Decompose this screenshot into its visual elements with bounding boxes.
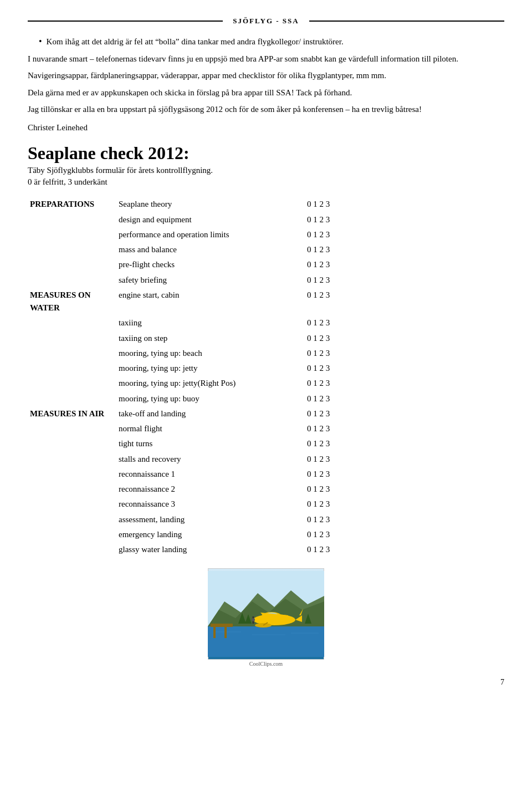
table-row: MEASURES ONWATERengine start, cabin0 1 2…	[28, 288, 504, 316]
item-score: 0 1 2 3	[305, 361, 504, 376]
svg-rect-7	[211, 624, 233, 627]
item-name: mooring, tying up: beach	[116, 346, 305, 361]
note: 0 är felfritt, 3 underkänt	[28, 177, 504, 187]
section-label	[28, 482, 116, 497]
table-row: design and equipment0 1 2 3	[28, 212, 504, 227]
section-label	[28, 361, 116, 376]
item-name: stalls and recovery	[116, 452, 305, 467]
item-name: mooring, tying up: buoy	[116, 391, 305, 406]
section-label	[28, 467, 116, 482]
section-label	[28, 212, 116, 227]
item-name: taxiing	[116, 315, 305, 330]
item-score: 0 1 2 3	[305, 376, 504, 391]
table-row: taxiing0 1 2 3	[28, 315, 504, 330]
section-label	[28, 242, 116, 257]
item-score: 0 1 2 3	[305, 406, 504, 421]
page-number: 7	[28, 678, 504, 687]
item-name: pre-flight checks	[116, 257, 305, 272]
item-name: safety briefing	[116, 273, 305, 288]
item-score: 0 1 2 3	[305, 512, 504, 527]
section-label	[28, 497, 116, 512]
image-caption: CoolClips.com	[208, 661, 324, 667]
section-label	[28, 315, 116, 330]
section-label	[28, 257, 116, 272]
intro-section: • Kom ihåg att det aldrig är fel att “bo…	[28, 35, 504, 134]
section-label	[28, 512, 116, 527]
item-name: take-off and landing	[116, 406, 305, 421]
item-name: normal flight	[116, 421, 305, 436]
table-row: tight turns0 1 2 3	[28, 436, 504, 451]
item-name: assessment, landing	[116, 512, 305, 527]
item-score: 0 1 2 3	[305, 527, 504, 542]
item-score: 0 1 2 3	[305, 391, 504, 406]
table-row: reconnaissance 10 1 2 3	[28, 467, 504, 482]
checklist-section: PREPARATIONSSeaplane theory0 1 2 3design…	[28, 197, 504, 557]
header-line-right	[309, 21, 504, 22]
table-row: PREPARATIONSSeaplane theory0 1 2 3	[28, 197, 504, 212]
item-score: 0 1 2 3	[305, 452, 504, 467]
item-score: 0 1 2 3	[305, 497, 504, 512]
seaplane-image	[208, 568, 324, 660]
item-name: Seaplane theory	[116, 197, 305, 212]
item-name: tight turns	[116, 436, 305, 451]
item-name: emergency landing	[116, 527, 305, 542]
item-score: 0 1 2 3	[305, 197, 504, 212]
header-line-left	[28, 21, 223, 22]
section-label	[28, 436, 116, 451]
item-score: 0 1 2 3	[305, 331, 504, 346]
table-row: reconnaissance 30 1 2 3	[28, 497, 504, 512]
section-label: PREPARATIONS	[28, 197, 116, 212]
bullet-item-1: • Kom ihåg att det aldrig är fel att “bo…	[28, 35, 504, 48]
item-name: reconnaissance 3	[116, 497, 305, 512]
main-title: Seaplane check 2012:	[28, 142, 504, 164]
item-score: 0 1 2 3	[305, 467, 504, 482]
item-score: 0 1 2 3	[305, 242, 504, 257]
section-label: MEASURES IN AIR	[28, 406, 116, 421]
table-row: MEASURES IN AIRtake-off and landing0 1 2…	[28, 406, 504, 421]
table-row: safety briefing0 1 2 3	[28, 273, 504, 288]
svg-rect-9	[224, 627, 227, 638]
image-container: CoolClips.com	[28, 568, 504, 667]
section-label	[28, 452, 116, 467]
section-label	[28, 376, 116, 391]
page-header: SJÖFLYG - SSA	[28, 17, 504, 25]
section-label: MEASURES ONWATER	[28, 288, 116, 316]
intro-para-1: I nuvarande smart – telefonernas tidevar…	[28, 53, 504, 65]
signature: Christer Leinehed	[28, 121, 504, 134]
section-label	[28, 542, 116, 557]
item-score: 0 1 2 3	[305, 346, 504, 361]
table-row: performance and operation limits0 1 2 3	[28, 227, 504, 242]
section-label	[28, 421, 116, 436]
item-name: performance and operation limits	[116, 227, 305, 242]
intro-para-4: Jag tillönskar er alla en bra uppstart p…	[28, 103, 504, 116]
section-label	[28, 227, 116, 242]
table-row: mooring, tying up: beach0 1 2 3	[28, 346, 504, 361]
table-row: taxiing on step0 1 2 3	[28, 331, 504, 346]
item-score: 0 1 2 3	[305, 542, 504, 557]
item-name: mooring, tying up: jetty(Right Pos)	[116, 376, 305, 391]
table-row: mooring, tying up: jetty(Right Pos)0 1 2…	[28, 376, 504, 391]
subtitle: Täby Sjöflygklubbs formulär för årets ko…	[28, 166, 504, 175]
bullet-text-1: Kom ihåg att det aldrig är fel att “boll…	[47, 35, 344, 48]
item-score: 0 1 2 3	[305, 482, 504, 497]
table-row: mooring, tying up: buoy0 1 2 3	[28, 391, 504, 406]
item-score: 0 1 2 3	[305, 212, 504, 227]
section-label	[28, 346, 116, 361]
bullet-symbol: •	[39, 35, 42, 48]
section-label	[28, 273, 116, 288]
section-label	[28, 391, 116, 406]
section-label	[28, 331, 116, 346]
header-title: SJÖFLYG - SSA	[223, 17, 309, 25]
table-row: emergency landing0 1 2 3	[28, 527, 504, 542]
item-name: reconnaissance 1	[116, 467, 305, 482]
item-name: mass and balance	[116, 242, 305, 257]
item-score: 0 1 2 3	[305, 421, 504, 436]
svg-rect-8	[213, 627, 216, 638]
table-row: assessment, landing0 1 2 3	[28, 512, 504, 527]
table-row: pre-flight checks0 1 2 3	[28, 257, 504, 272]
item-score: 0 1 2 3	[305, 315, 504, 330]
table-row: mooring, tying up: jetty0 1 2 3	[28, 361, 504, 376]
item-score: 0 1 2 3	[305, 436, 504, 451]
item-name: engine start, cabin	[116, 288, 305, 316]
item-name: design and equipment	[116, 212, 305, 227]
